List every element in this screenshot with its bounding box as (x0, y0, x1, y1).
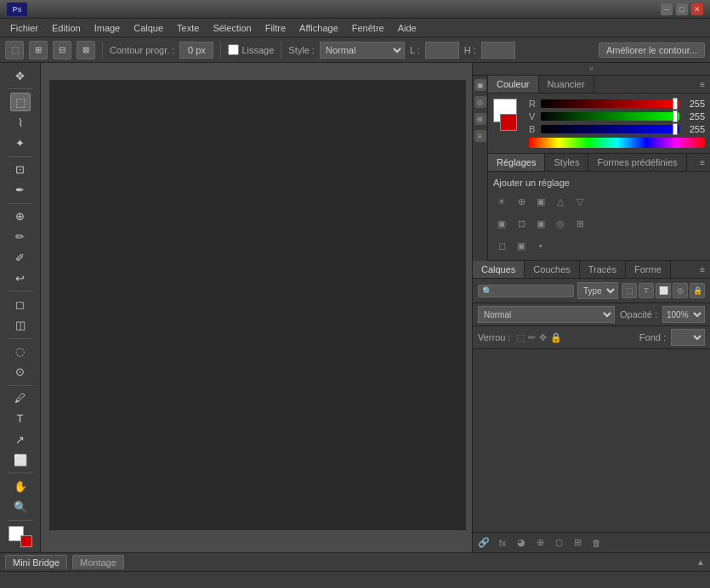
lock-all-icon[interactable]: 🔒 (550, 332, 562, 343)
tab-styles[interactable]: Styles (545, 154, 588, 171)
menu-filtre[interactable]: Filtre (258, 21, 293, 35)
menu-selection[interactable]: Sélection (206, 21, 258, 35)
tab-calques[interactable]: Calques (473, 261, 525, 278)
hand-tool-btn[interactable]: ✋ (10, 477, 31, 495)
lock-pixel-icon[interactable]: ⬚ (516, 332, 525, 343)
history-brush-tool-btn[interactable]: ↩ (10, 269, 31, 287)
tab-couleur[interactable]: Couleur (488, 76, 539, 93)
tab-montage[interactable]: Montage (72, 555, 124, 569)
reglage-icon-colorbalance[interactable]: ▽ (571, 193, 588, 210)
crop-tool-btn[interactable]: ⊡ (10, 160, 31, 178)
calques-link-icon[interactable]: 🔗 (476, 535, 491, 551)
minimize-button[interactable]: – (661, 3, 673, 15)
b-slider[interactable] (541, 125, 679, 133)
r-slider[interactable] (541, 99, 679, 108)
lissage-checkbox[interactable] (228, 44, 239, 55)
menu-aide[interactable]: Aide (391, 21, 423, 35)
brush-tool-btn[interactable]: ✏ (10, 228, 31, 246)
reglage-icon-invert[interactable]: ▣ (532, 215, 549, 232)
eraser-tool-btn[interactable]: ◻ (10, 295, 31, 314)
calques-fond-select[interactable]: 100% (671, 329, 705, 346)
color-bg-swatch[interactable] (500, 114, 517, 131)
calques-type-icon-shape[interactable]: ⬜ (656, 283, 671, 298)
calques-type-select[interactable]: Type Nom Effet (577, 282, 618, 299)
close-button[interactable]: ✕ (691, 3, 703, 15)
reglage-icon-brightness[interactable]: ☀ (493, 193, 510, 210)
dodge-tool-btn[interactable]: ⊙ (10, 363, 31, 382)
tab-formes[interactable]: Formes prédéfinies (588, 154, 686, 171)
reglage-icon-pattern[interactable]: ▪ (532, 237, 549, 254)
reglage-icon-solidcolor[interactable]: ▣ (513, 237, 530, 254)
calques-blend-select[interactable]: Normal Dissolution Obscurcir Multiplier (478, 306, 615, 323)
contour-input[interactable] (179, 42, 213, 59)
healing-tool-btn[interactable]: ⊕ (10, 207, 31, 226)
calques-adjustment-icon[interactable]: ⊕ (532, 535, 548, 551)
path-select-tool-btn[interactable]: ↗ (10, 430, 31, 449)
menu-edition[interactable]: Edition (45, 21, 88, 35)
menu-texte[interactable]: Texte (170, 21, 206, 35)
selection-new-btn[interactable]: ⬚ (5, 41, 24, 59)
calques-mask-icon[interactable]: ◕ (514, 535, 529, 551)
h-input[interactable] (481, 42, 515, 59)
menu-image[interactable]: Image (88, 21, 128, 35)
selection-add-btn[interactable]: ⊞ (29, 41, 48, 59)
calques-fx-icon[interactable]: fx (495, 535, 510, 551)
panel-collapse-arrow[interactable]: « (589, 65, 594, 73)
calques-panel-menu[interactable]: ≡ (695, 263, 710, 276)
tab-couches[interactable]: Couches (525, 261, 579, 278)
blur-tool-btn[interactable]: ◌ (10, 342, 31, 360)
calques-group-icon[interactable]: ◻ (551, 535, 566, 551)
reglage-icon-posterize[interactable]: ◎ (552, 215, 569, 232)
reglage-icon-curves[interactable]: ⊕ (513, 193, 530, 210)
right-icon-2[interactable]: ◎ (474, 96, 486, 108)
move-tool-btn[interactable]: ✥ (10, 66, 31, 85)
reglage-icon-colorlookup[interactable]: ⊡ (513, 215, 530, 232)
calques-type-icon-smart[interactable]: ◎ (673, 283, 688, 298)
reglage-icon-gradient[interactable]: ◻ (493, 237, 510, 254)
magic-wand-tool-btn[interactable]: ✦ (10, 133, 31, 152)
canvas[interactable] (49, 80, 466, 530)
lock-move-icon[interactable]: ✥ (539, 332, 547, 343)
calques-opacity-select[interactable]: 100% 75% 50% 25% (662, 306, 705, 323)
pen-tool-btn[interactable]: 🖊 (10, 389, 31, 408)
tab-reglages[interactable]: Réglages (488, 154, 545, 171)
tab-traces[interactable]: Tracés (580, 261, 626, 278)
tab-nuancier[interactable]: Nuancier (539, 76, 594, 93)
background-color[interactable] (20, 535, 32, 547)
eyedropper-tool-btn[interactable]: ✒ (10, 181, 31, 200)
style-select[interactable]: Normal Fixé au rapport Taille fixe (320, 42, 405, 59)
text-tool-btn[interactable]: T (10, 410, 31, 428)
menu-fenetre[interactable]: Fenêtre (345, 21, 391, 35)
v-slider[interactable] (541, 112, 679, 121)
menu-calque[interactable]: Calque (127, 21, 170, 35)
lock-draw-icon[interactable]: ✏ (528, 332, 536, 343)
color-spectrum[interactable] (529, 138, 705, 148)
zoom-tool-btn[interactable]: 🔍 (10, 497, 31, 516)
gradient-tool-btn[interactable]: ◫ (10, 315, 31, 334)
tab-forme[interactable]: Forme (626, 261, 671, 278)
reglages-panel-menu[interactable]: ≡ (695, 156, 710, 169)
menu-fichier[interactable]: Fichier (3, 21, 45, 35)
rect-select-tool-btn[interactable]: ⬚ (10, 93, 31, 111)
right-icon-3[interactable]: ⊞ (474, 113, 486, 125)
calques-layers-area[interactable] (473, 349, 710, 532)
tab-mini-bridge[interactable]: Mini Bridge (5, 555, 67, 569)
color-pair[interactable] (9, 526, 32, 548)
selection-subtract-btn[interactable]: ⊟ (53, 41, 71, 59)
calques-new-icon[interactable]: ⊞ (570, 535, 585, 551)
menu-affichage[interactable]: Affichage (293, 21, 345, 35)
reglage-icon-hue[interactable]: △ (552, 193, 569, 210)
calques-type-icon-adjust[interactable]: 🔒 (690, 283, 705, 298)
bottom-expand-icon[interactable]: ▲ (696, 557, 705, 567)
reglage-icon-threshold[interactable]: ⊞ (571, 215, 588, 232)
selection-intersect-btn[interactable]: ⊠ (77, 41, 95, 59)
maximize-button[interactable]: □ (676, 3, 688, 15)
lasso-tool-btn[interactable]: ⌇ (10, 113, 31, 132)
ameliorer-btn[interactable]: Améliorer le contour... (599, 42, 705, 58)
color-panel-menu[interactable]: ≡ (695, 78, 710, 91)
calques-type-icon-pixel[interactable]: ⬚ (622, 283, 637, 298)
reglage-icon-levels[interactable]: ▣ (532, 193, 549, 210)
clone-tool-btn[interactable]: ✐ (10, 248, 31, 267)
right-icon-1[interactable]: ▣ (474, 79, 486, 91)
reglage-icon-vibrance[interactable]: ▣ (493, 215, 510, 232)
